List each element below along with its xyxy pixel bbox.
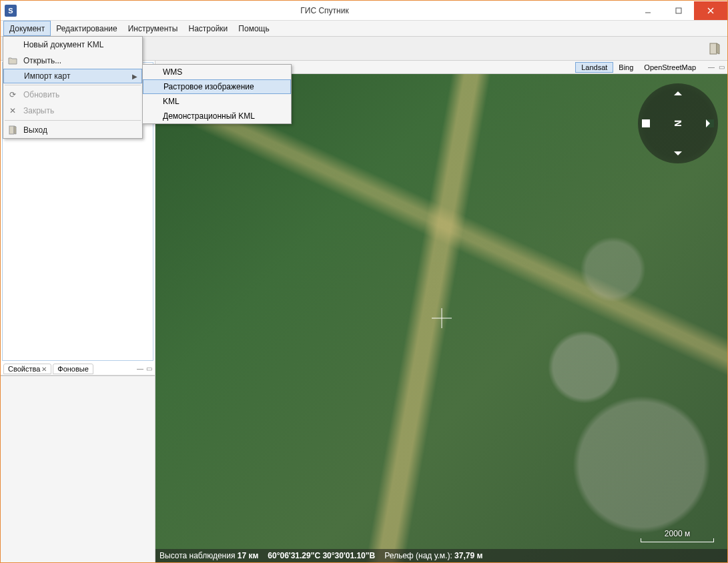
- menu-item-new-kml[interactable]: Новый документ KML: [3, 37, 142, 53]
- scale-label: 2000 м: [665, 529, 690, 538]
- compass[interactable]: N: [638, 83, 718, 163]
- svg-marker-15: [717, 43, 719, 54]
- titlebar: S ГИС Спутник: [1, 1, 727, 21]
- refresh-icon: ⟳: [7, 89, 18, 100]
- document-menu: Новый документ KML Открыть... Импорт кар…: [3, 36, 143, 139]
- compass-down-icon[interactable]: [674, 151, 682, 159]
- menu-item-open[interactable]: Открыть...: [3, 53, 142, 69]
- menu-edit[interactable]: Редактирование: [51, 21, 122, 36]
- svg-marker-17: [14, 126, 16, 134]
- maximize-panel-icon[interactable]: ▭: [146, 365, 152, 372]
- import-submenu: WMS Растровое изображение KML Демонстрац…: [142, 64, 292, 124]
- properties-panel: [1, 376, 155, 562]
- app-icon: S: [5, 5, 17, 17]
- submenu-item-demo-kml[interactable]: Демонстрационный KML: [143, 109, 291, 123]
- crosshair-icon: [432, 308, 452, 328]
- svg-rect-14: [710, 43, 717, 54]
- toolbar-exit-icon[interactable]: [706, 40, 723, 57]
- submenu-item-kml[interactable]: KML: [143, 94, 291, 109]
- menu-document[interactable]: Документ: [3, 21, 51, 36]
- status-altitude: Высота наблюдения 17 км: [159, 551, 258, 560]
- menu-separator: [5, 85, 141, 85]
- window-controls: [633, 1, 727, 20]
- minimize-button[interactable]: [633, 1, 663, 20]
- menu-item-import-maps[interactable]: Импорт карт ▶: [3, 69, 142, 83]
- menu-item-close: ✕ Закрыть: [3, 103, 142, 119]
- map-panel: Landsat Bing OpenStreetMap — ▭ N: [155, 61, 727, 562]
- app-window: S ГИС Спутник Документ Редактирование Ин…: [0, 0, 728, 563]
- svg-rect-16: [9, 126, 14, 134]
- menu-settings[interactable]: Настройки: [183, 21, 233, 36]
- scale-bar: 2000 м: [641, 529, 714, 542]
- close-button[interactable]: [694, 1, 727, 20]
- tab-background[interactable]: Фоновые: [53, 364, 93, 374]
- menu-help[interactable]: Помощь: [233, 21, 274, 36]
- close-icon[interactable]: ✕: [41, 366, 47, 373]
- menu-separator: [5, 120, 141, 121]
- map-view[interactable]: N 2000 м Высота наблюдения 17 км 60°06'3…: [155, 74, 727, 562]
- close-x-icon: ✕: [7, 105, 18, 116]
- door-icon: [7, 125, 18, 135]
- compass-north-label: N: [673, 120, 683, 127]
- status-coordinates: 60°06'31.29"С 30°30'01.10"В: [268, 551, 375, 560]
- minimize-panel-icon[interactable]: —: [137, 365, 143, 372]
- submenu-item-raster[interactable]: Растровое изображение: [143, 79, 291, 94]
- menu-item-exit[interactable]: Выход: [3, 122, 142, 138]
- tab-properties[interactable]: Свойства✕: [3, 364, 51, 374]
- layer-tab-landsat[interactable]: Landsat: [575, 62, 613, 73]
- folder-icon: [7, 55, 18, 66]
- window-title: ГИС Спутник: [17, 6, 633, 15]
- maximize-map-icon[interactable]: ▭: [719, 63, 725, 71]
- menu-tools[interactable]: Инструменты: [123, 21, 184, 36]
- menu-item-refresh: ⟳ Обновить: [3, 87, 142, 103]
- minimize-map-icon[interactable]: —: [708, 63, 715, 71]
- svg-rect-1: [676, 8, 681, 13]
- compass-up-icon[interactable]: [674, 87, 682, 95]
- compass-left-icon[interactable]: [642, 119, 650, 127]
- status-relief: Рельеф (над у.м.): 37,79 м: [384, 551, 482, 560]
- chevron-right-icon: ▶: [132, 73, 137, 80]
- submenu-item-wms[interactable]: WMS: [143, 65, 291, 79]
- layer-tab-osm[interactable]: OpenStreetMap: [639, 63, 701, 72]
- menubar: Документ Редактирование Инструменты Наст…: [1, 21, 727, 37]
- scale-line: [641, 538, 714, 542]
- maximize-button[interactable]: [663, 1, 694, 20]
- compass-right-icon[interactable]: [706, 119, 714, 127]
- bottom-tabs: Свойства✕ Фоновые — ▭: [1, 362, 155, 376]
- layer-tab-bing[interactable]: Bing: [613, 63, 639, 72]
- status-bar: Высота наблюдения 17 км 60°06'31.29"С 30…: [155, 549, 727, 562]
